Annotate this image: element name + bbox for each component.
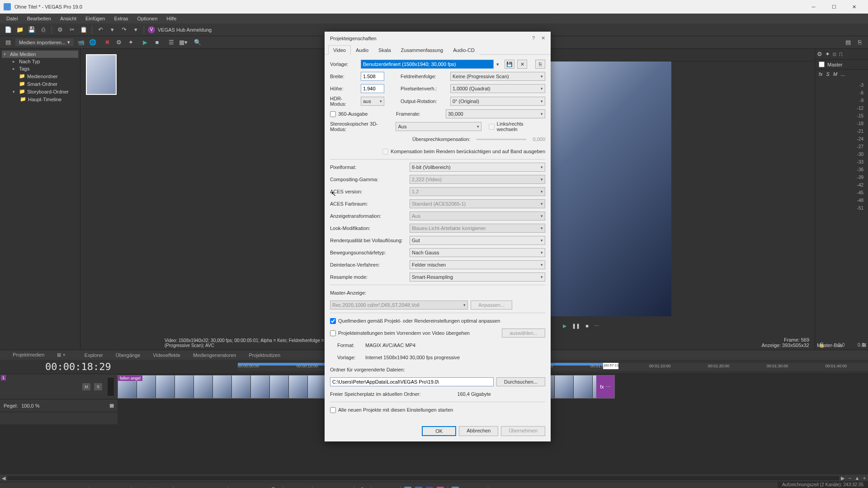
bewegung-dropdown[interactable]: Nach Gauss: [410, 248, 545, 257]
more-button[interactable]: ...: [841, 71, 845, 77]
remove-icon[interactable]: ✖: [103, 38, 112, 47]
tree-item[interactable]: ▸Nach Typ: [2, 58, 78, 65]
minimize-button[interactable]: ─: [803, 0, 824, 14]
outrot-dropdown[interactable]: 0° (Original): [450, 97, 545, 106]
selection-icon[interactable]: ⬚: [257, 486, 266, 488]
search-icon[interactable]: 🔍: [193, 38, 202, 47]
play-icon[interactable]: ▶: [141, 38, 150, 47]
redo-dd-icon[interactable]: ▾: [131, 25, 140, 34]
tab-close-icon[interactable]: ⊠ ×: [51, 351, 71, 359]
mute-button[interactable]: M: [833, 71, 837, 77]
tab-explorer[interactable]: Explorer: [78, 351, 109, 359]
undo-icon[interactable]: ↶: [96, 25, 105, 34]
stereo-dropdown[interactable]: Aus: [396, 122, 481, 131]
media-thumbnail[interactable]: [86, 54, 117, 95]
tool9-icon[interactable]: ✿: [505, 486, 514, 488]
clip-more-icon[interactable]: ⋯: [606, 384, 611, 390]
tab-videoeffekte[interactable]: Videoeffekte: [146, 351, 187, 359]
tab-audio[interactable]: Audio: [351, 45, 373, 55]
menu-hilfe[interactable]: Hilfe: [162, 14, 181, 23]
pixel-dropdown[interactable]: 1,0000 (Quadrat): [450, 84, 545, 93]
scroll-right-icon[interactable]: ▶: [839, 475, 846, 481]
snap-icon[interactable]: ⊟: [316, 486, 325, 488]
maximize-button[interactable]: ☐: [824, 0, 844, 14]
clip-fx-icon[interactable]: fx: [600, 384, 604, 389]
menu-extras[interactable]: Extras: [109, 14, 132, 23]
panel-menu2-icon[interactable]: ▤: [844, 38, 853, 47]
clip-fx-panel[interactable]: fx ⋯: [596, 375, 614, 398]
zoom-out-icon[interactable]: −: [846, 475, 854, 481]
region-icon[interactable]: ▮: [387, 486, 396, 488]
track-menu-icon[interactable]: ▦: [109, 403, 114, 408]
save-template-icon[interactable]: 💾: [505, 60, 514, 69]
get-media-icon[interactable]: 🌐: [88, 38, 97, 47]
zoom-icon[interactable]: 🔍: [270, 486, 279, 488]
preview-stop-icon[interactable]: ■: [585, 323, 589, 328]
paste-icon[interactable]: 📋: [79, 25, 88, 34]
trim-icon[interactable]: ✂: [299, 486, 308, 488]
prerender-checkbox[interactable]: [330, 330, 336, 336]
help-icon[interactable]: ?: [532, 35, 535, 41]
alleprojekte-checkbox[interactable]: [330, 407, 336, 413]
delete-template-icon[interactable]: ✕: [517, 60, 527, 69]
redo-icon[interactable]: ↷: [119, 25, 128, 34]
properties-icon[interactable]: ⚙: [56, 25, 65, 34]
autoview-icon[interactable]: ☰: [167, 38, 176, 47]
tool5-icon[interactable]: [452, 487, 459, 488]
tab-skala[interactable]: Skala: [373, 45, 396, 55]
close-button[interactable]: ✕: [844, 0, 864, 14]
tree-collapse-icon[interactable]: ▾: [4, 52, 8, 56]
tab-projektmedien[interactable]: Projektmedien⊠ ×: [0, 351, 78, 359]
dim-icon[interactable]: ✦: [825, 51, 830, 57]
scroll-track[interactable]: [7, 476, 839, 480]
tree-root[interactable]: ▾ Alle Medien: [2, 51, 78, 58]
go-start-icon[interactable]: ⏮: [177, 486, 186, 488]
scroll-left-icon[interactable]: ◀: [0, 475, 7, 481]
vorlage-input[interactable]: [361, 60, 494, 69]
delete-icon[interactable]: ✕: [287, 486, 296, 488]
tool1-icon[interactable]: [404, 487, 411, 488]
feld-dropdown[interactable]: Keine (Progressive Scan): [450, 72, 545, 81]
tab-video[interactable]: Video: [328, 45, 351, 55]
durchsuchen-button[interactable]: Durchsuchen...: [496, 377, 545, 386]
timecode-display[interactable]: 00:00:18:29: [0, 361, 120, 372]
abbrechen-button[interactable]: Abbrechen: [459, 426, 498, 436]
tree-item[interactable]: 📁Medienordner: [2, 72, 78, 80]
render-icon[interactable]: ⎙: [39, 25, 48, 34]
marker-icon[interactable]: ▮: [375, 486, 384, 488]
ordner-input[interactable]: [330, 377, 494, 386]
hub-badge-icon[interactable]: V: [148, 26, 155, 33]
loop-icon[interactable]: ↻: [106, 486, 115, 488]
new-project-icon[interactable]: 📄: [4, 25, 13, 34]
bus-close-icon[interactable]: ⊠: [862, 342, 866, 348]
tool4-icon[interactable]: [437, 487, 444, 488]
crossfade-icon[interactable]: ⋈: [341, 486, 350, 488]
capture-icon[interactable]: 📹: [76, 38, 85, 47]
pixelformat-dropdown[interactable]: 8-bit (Vollbereich): [410, 163, 545, 172]
media-props-icon[interactable]: ⚙: [114, 38, 123, 47]
go-end-icon[interactable]: ⏭: [190, 486, 199, 488]
tab-mediengeneratoren[interactable]: Mediengeneratoren: [187, 351, 242, 359]
rate-slider-thumb[interactable]: ▼: [58, 487, 63, 488]
save-icon[interactable]: 💾: [27, 25, 36, 34]
dialog-close-icon[interactable]: ✕: [541, 35, 545, 41]
play-icon[interactable]: ▶: [135, 486, 144, 488]
menu-einfuegen[interactable]: Einfügen: [81, 14, 109, 23]
timeline-scrollbar[interactable]: ◀ ▶ − ▲ +: [0, 474, 868, 482]
tool2-icon[interactable]: [415, 487, 422, 488]
deint-dropdown[interactable]: Felder mischen: [410, 260, 545, 269]
media-fx-icon[interactable]: ✦: [126, 38, 135, 47]
autocut-icon[interactable]: ⊞: [329, 486, 338, 488]
play-start-icon[interactable]: ▶: [118, 486, 127, 488]
tool8-icon[interactable]: ⬚: [492, 486, 501, 488]
tab-projektnotizen[interactable]: Projektnotizen: [242, 351, 287, 359]
menu-ansicht[interactable]: Ansicht: [56, 14, 81, 23]
tab-audiocd[interactable]: Audio-CD: [448, 45, 480, 55]
zoom-marker-icon[interactable]: ▲: [854, 475, 861, 481]
tree-item[interactable]: 📁Haupt-Timeline: [2, 95, 78, 103]
pause-icon[interactable]: ❚❚: [148, 486, 157, 488]
record-icon[interactable]: ●: [93, 486, 102, 488]
stop-icon[interactable]: ■: [152, 38, 161, 47]
hdr-dropdown[interactable]: aus: [361, 97, 384, 106]
menu-bearbeiten[interactable]: Bearbeiten: [23, 14, 56, 23]
